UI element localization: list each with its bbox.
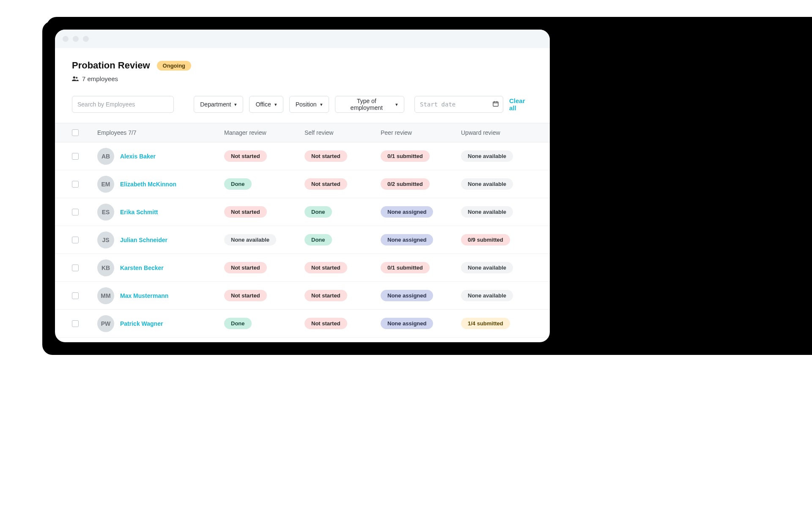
svg-point-1 [76,77,77,79]
filters-row: Department ▾ Office ▾ Position ▾ Type of… [72,96,533,113]
upward-review-status: 0/9 submitted [461,234,510,245]
window-control-zoom[interactable] [83,36,89,42]
row-checkbox[interactable] [72,264,79,271]
chevron-down-icon: ▾ [320,102,323,107]
self-review-status: Not started [304,290,347,301]
filter-department[interactable]: Department ▾ [194,96,243,113]
manager-review-status: Not started [224,262,267,273]
filter-office-label: Office [255,101,271,108]
col-upward-review: Upward review [461,129,533,136]
self-review-status: Not started [304,318,347,329]
manager-review-status: None available [224,234,276,245]
self-review-status: Not started [304,262,347,273]
avatar: MM [97,287,114,304]
table-row: KBKarsten BeckerNot startedNot started0/… [55,254,550,282]
upward-review-status: 1/4 submitted [461,318,510,329]
filter-employment-type-label: Type of employment [341,98,392,111]
peer-review-status: None assigned [381,234,433,245]
app-window: Probation Review Ongoing 7 employees Dep… [55,30,550,342]
peer-review-status: 0/1 submitted [381,150,430,162]
select-all-checkbox[interactable] [72,129,79,136]
col-employees: Employees 7/7 [97,129,224,136]
clear-all-link[interactable]: Clear all [509,97,533,112]
start-date-input[interactable] [414,96,503,113]
table-row: ABAlexis BakerNot startedNot started0/1 … [55,142,550,170]
table-row: PWPatrick WagnerDoneNot startedNone assi… [55,310,550,338]
row-checkbox[interactable] [72,292,79,299]
page-title: Probation Review [72,60,150,71]
manager-review-status: Done [224,178,252,190]
col-manager-review: Manager review [224,129,304,136]
upward-review-status: None available [461,290,513,301]
peer-review-status: 0/2 submitted [381,178,430,190]
filter-position[interactable]: Position ▾ [289,96,329,113]
manager-review-status: Done [224,318,252,329]
employee-link[interactable]: Patrick Wagner [120,320,163,327]
people-icon [72,76,79,82]
self-review-status: Not started [304,178,347,190]
row-checkbox[interactable] [72,153,79,160]
self-review-status: Done [304,206,332,218]
employee-link[interactable]: Julian Schneider [120,237,167,243]
upward-review-status: None available [461,262,513,273]
table-row: EMElizabeth McKinnonDoneNot started0/2 s… [55,170,550,198]
avatar: KB [97,259,114,276]
row-checkbox[interactable] [72,209,79,215]
employee-link[interactable]: Karsten Becker [120,264,164,271]
chevron-down-icon: ▾ [395,102,398,107]
window-titlebar [55,30,550,48]
employee-count-label: 7 employees [82,75,118,82]
row-checkbox[interactable] [72,237,79,243]
avatar: PW [97,315,114,332]
filter-office[interactable]: Office ▾ [249,96,283,113]
table-header: Employees 7/7 Manager review Self review… [55,123,550,142]
filter-position-label: Position [296,101,317,108]
table-row: JSJulian SchneiderNone availableDoneNone… [55,226,550,254]
employees-table: Employees 7/7 Manager review Self review… [55,123,550,338]
avatar: JS [97,232,114,248]
peer-review-status: 0/1 submitted [381,262,430,273]
manager-review-status: Not started [224,206,267,218]
employee-link[interactable]: Alexis Baker [120,153,156,160]
avatar: ES [97,204,114,221]
peer-review-status: None assigned [381,290,433,301]
avatar: EM [97,176,114,193]
col-self-review: Self review [304,129,381,136]
search-input[interactable] [72,96,174,113]
svg-point-0 [73,76,75,78]
employee-link[interactable]: Max Mustermann [120,292,168,299]
peer-review-status: None assigned [381,318,433,329]
self-review-status: Not started [304,150,347,162]
upward-review-status: None available [461,206,513,218]
table-row: MMMax MustermannNot startedNot startedNo… [55,282,550,310]
employee-link[interactable]: Erika Schmitt [120,209,158,215]
upward-review-status: None available [461,150,513,162]
chevron-down-icon: ▾ [234,102,237,107]
page-header: Probation Review Ongoing [72,60,533,71]
upward-review-status: None available [461,178,513,190]
chevron-down-icon: ▾ [274,102,277,107]
filter-employment-type[interactable]: Type of employment ▾ [335,96,404,113]
avatar: AB [97,148,114,165]
status-badge: Ongoing [157,61,191,71]
table-row: ESErika SchmittNot startedDoneNone assig… [55,198,550,226]
manager-review-status: Not started [224,290,267,301]
row-checkbox[interactable] [72,181,79,188]
window-control-close[interactable] [63,36,69,42]
manager-review-status: Not started [224,150,267,162]
self-review-status: Done [304,234,332,245]
employee-link[interactable]: Elizabeth McKinnon [120,181,176,188]
window-control-minimize[interactable] [73,36,79,42]
col-peer-review: Peer review [381,129,461,136]
peer-review-status: None assigned [381,206,433,218]
employee-count: 7 employees [72,75,533,82]
row-checkbox[interactable] [72,320,79,327]
filter-department-label: Department [200,101,231,108]
